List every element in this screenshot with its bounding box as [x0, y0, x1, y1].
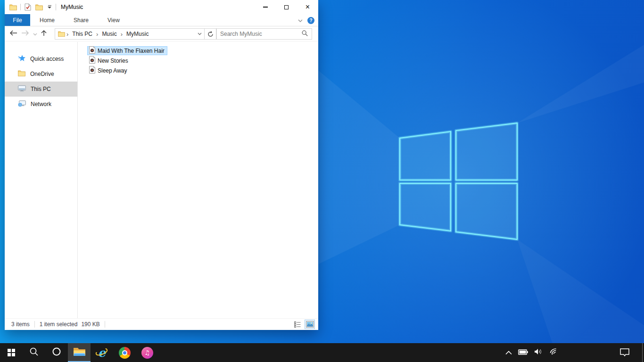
tab-home-label: Home: [40, 17, 55, 24]
window-title: MyMusic: [61, 4, 83, 10]
file-name: New Stories: [98, 58, 128, 64]
breadcrumb-this-pc[interactable]: This PC: [70, 31, 95, 37]
tab-share[interactable]: Share: [64, 14, 98, 26]
windows-logo-icon: [8, 349, 15, 356]
address-dropdown-chevron-icon[interactable]: [195, 29, 204, 39]
file-list: Maid With The Flaxen Hair New Stories Sl…: [78, 42, 318, 318]
volume-icon[interactable]: [534, 348, 543, 357]
navigation-pane: Quick access OneDrive This PC Network: [5, 42, 78, 318]
file-name: Maid With The Flaxen Hair: [98, 48, 165, 54]
network-icon: [18, 100, 26, 108]
window-body: Quick access OneDrive This PC Network: [5, 42, 318, 318]
search-box: [216, 28, 312, 40]
file-row-maid-with-the-flaxen-hair[interactable]: Maid With The Flaxen Hair: [87, 46, 167, 55]
music-file-icon: [89, 46, 95, 55]
chrome-icon: [119, 347, 131, 359]
tab-home[interactable]: Home: [30, 14, 64, 26]
maximize-button[interactable]: [276, 0, 297, 14]
breadcrumb-mymusic[interactable]: MyMusic: [124, 31, 151, 37]
internet-explorer-icon: e: [95, 346, 108, 359]
file-name: Sleep Away: [98, 67, 127, 74]
file-row-sleep-away[interactable]: Sleep Away: [87, 66, 130, 75]
window-controls: ×: [255, 0, 318, 14]
tab-file[interactable]: File: [5, 14, 30, 26]
breadcrumb-music[interactable]: Music: [99, 31, 119, 37]
divider: [20, 4, 21, 10]
tab-share-label: Share: [74, 17, 89, 24]
internet-explorer-button[interactable]: e: [91, 343, 113, 362]
cortana-button[interactable]: [45, 343, 68, 362]
itunes-icon: ♫: [141, 347, 153, 359]
location-folder-icon: [58, 31, 65, 37]
breadcrumb: › This PC › Music › MyMusic: [66, 31, 195, 38]
up-button[interactable]: [41, 30, 47, 38]
wifi-icon[interactable]: [549, 348, 558, 357]
items-count: 3 items: [11, 321, 30, 328]
taskbar-file-explorer-button[interactable]: [68, 343, 91, 362]
properties-icon[interactable]: [24, 3, 32, 11]
search-input[interactable]: [220, 31, 302, 37]
title-bar[interactable]: MyMusic ×: [5, 0, 318, 14]
quick-access-toolbar: MyMusic: [5, 3, 83, 11]
tab-file-label: File: [13, 17, 22, 24]
new-folder-icon[interactable]: [35, 3, 43, 11]
sidebar-item-label: Quick access: [30, 56, 64, 62]
forward-button[interactable]: [21, 30, 29, 37]
breadcrumb-chevron-icon: ›: [120, 31, 123, 38]
recent-locations-chevron-icon[interactable]: [33, 31, 37, 37]
selection-size: 190 KB: [81, 321, 99, 328]
explorer-folder-icon[interactable]: [9, 3, 17, 11]
sidebar-item-label: Network: [31, 101, 51, 107]
sidebar-item-label: OneDrive: [30, 71, 54, 77]
music-file-icon: [89, 66, 95, 75]
taskbar-search-button[interactable]: [23, 343, 45, 362]
sidebar-item-this-pc[interactable]: This PC: [5, 82, 77, 97]
chrome-button[interactable]: [113, 343, 136, 362]
battery-icon[interactable]: [518, 348, 528, 357]
minimize-button[interactable]: [255, 0, 276, 14]
close-button[interactable]: ×: [297, 0, 318, 14]
expand-ribbon-chevron-icon[interactable]: [298, 17, 303, 24]
sidebar-item-onedrive[interactable]: OneDrive: [5, 66, 77, 82]
itunes-button[interactable]: ♫: [136, 343, 158, 362]
tab-view-label: View: [107, 17, 120, 24]
taskbar: e ♫: [0, 343, 644, 362]
navigation-toolbar: › This PC › Music › MyMusic: [5, 26, 318, 41]
start-button[interactable]: [0, 343, 23, 362]
search-icon: [29, 347, 39, 358]
breadcrumb-chevron-icon: ›: [66, 31, 69, 38]
ribbon-tab-bar: File Home Share View ?: [5, 14, 318, 26]
sidebar-item-network[interactable]: Network: [5, 97, 77, 112]
action-center-icon[interactable]: [620, 348, 629, 357]
music-file-icon: [89, 56, 95, 65]
sidebar-item-label: This PC: [31, 86, 51, 92]
system-tray: [505, 343, 644, 362]
star-icon: [18, 55, 25, 63]
tray-chevron-up-icon[interactable]: [505, 348, 512, 357]
file-explorer-icon: [73, 347, 86, 359]
help-icon[interactable]: ?: [307, 17, 314, 24]
selection-count: 1 item selected: [40, 321, 78, 328]
address-bar[interactable]: › This PC › Music › MyMusic: [55, 28, 205, 40]
divider: [34, 321, 35, 328]
divider: [56, 4, 56, 10]
tab-view[interactable]: View: [98, 14, 129, 26]
file-row-new-stories[interactable]: New Stories: [87, 56, 131, 65]
show-desktop-button[interactable]: [642, 343, 644, 362]
divider: [105, 321, 105, 328]
file-explorer-window: MyMusic × File Home Share View ?: [5, 0, 318, 330]
breadcrumb-chevron-icon: ›: [96, 31, 99, 38]
details-view-button[interactable]: [293, 320, 302, 329]
cortana-icon: [52, 347, 61, 358]
monitor-icon: [18, 85, 26, 93]
customize-toolbar-chevron-icon[interactable]: [46, 5, 53, 9]
sidebar-item-quick-access[interactable]: Quick access: [5, 51, 77, 66]
folder-icon: [18, 70, 25, 78]
back-button[interactable]: [9, 30, 17, 37]
status-bar: 3 items 1 item selected 190 KB: [5, 318, 318, 330]
search-icon[interactable]: [302, 30, 308, 38]
refresh-button[interactable]: [205, 28, 217, 40]
thumbnail-view-button[interactable]: [305, 320, 314, 329]
